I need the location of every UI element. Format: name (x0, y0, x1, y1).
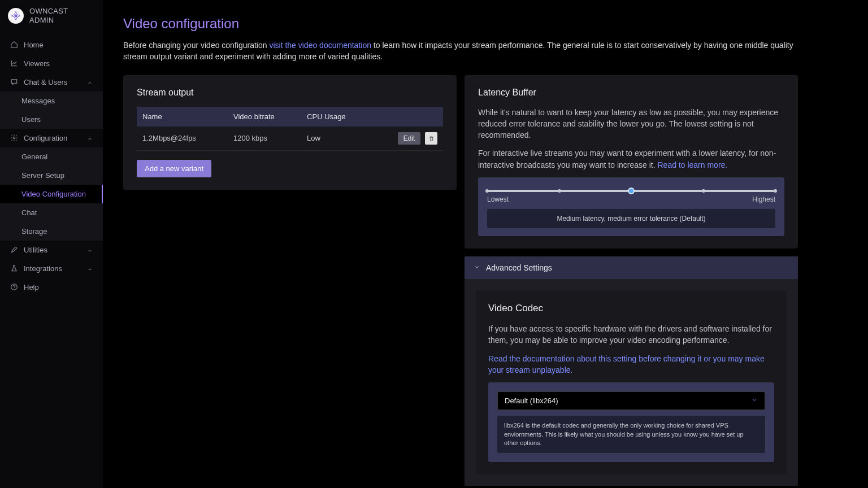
labs-icon (10, 264, 18, 272)
col-name: Name (137, 107, 228, 127)
brand-line2: ADMIN (29, 16, 68, 25)
trash-icon (428, 136, 435, 142)
nav-label-utilities: Utilities (24, 246, 47, 254)
cell-name: 1.2Mbps@24fps (137, 127, 228, 151)
tool-icon (10, 246, 18, 254)
nav-sub-video-config[interactable]: Video Configuration (0, 185, 103, 203)
chevron-down-icon (751, 396, 758, 405)
latency-title: Latency Buffer (478, 88, 784, 98)
nav-label-config: Configuration (24, 134, 67, 142)
chevron-down-icon (87, 247, 93, 252)
latency-p2: For interactive live streams you may wan… (478, 147, 784, 171)
help-icon (10, 283, 18, 291)
nav-label-viewers: Viewers (24, 59, 50, 68)
edit-button[interactable]: Edit (398, 132, 421, 145)
page-title: Video configuration (123, 16, 848, 32)
gear-icon (10, 134, 18, 142)
latency-slider-box: Lowest Highest Medium latency, medium er… (478, 177, 784, 236)
latency-panel: Latency Buffer While it's natural to wan… (465, 75, 798, 249)
nav-label-integrations: Integrations (24, 264, 62, 273)
nav-sub-storage[interactable]: Storage (0, 222, 103, 241)
chevron-up-icon (87, 79, 93, 85)
home-icon (10, 41, 18, 49)
nav-sub-general[interactable]: General (0, 147, 103, 166)
main-content: Video configuration Before changing your… (103, 0, 868, 488)
table-row: 1.2Mbps@24fps 1200 kbps Low Edit (137, 127, 443, 151)
brand: OWNCAST ADMIN (0, 0, 103, 32)
nav-utilities[interactable]: Utilities (0, 241, 103, 259)
nav-integrations[interactable]: Integrations (0, 259, 103, 278)
add-variant-button[interactable]: Add a new variant (137, 160, 211, 177)
codec-panel: Video Codec If you have access to specif… (476, 290, 787, 474)
brand-text: OWNCAST ADMIN (29, 7, 68, 25)
codec-selected-value: Default (libx264) (505, 396, 558, 405)
nav-sub-messages[interactable]: Messages (0, 91, 103, 110)
nav-viewers[interactable]: Viewers (0, 54, 103, 73)
slider-step (558, 189, 561, 193)
latency-learn-more-link[interactable]: Read to learn more. (657, 160, 727, 169)
chevron-down-icon (474, 263, 480, 272)
cell-bitrate: 1200 kbps (228, 127, 301, 151)
nav-sub-server-setup[interactable]: Server Setup (0, 166, 103, 185)
svg-point-1 (13, 137, 15, 139)
intro-docs-link[interactable]: visit the video documentation (269, 41, 371, 50)
advanced-panel: Advanced Settings Video Codec If you hav… (465, 256, 798, 486)
slider-step (485, 189, 489, 193)
slider-step (774, 189, 777, 193)
codec-box: Default (libx264) libx264 is the default… (488, 382, 774, 462)
advanced-body: Video Codec If you have access to specif… (465, 279, 798, 486)
latency-p1: While it's natural to want to keep your … (478, 107, 784, 141)
stream-output-panel: Stream output Name Video bitrate CPU Usa… (123, 75, 457, 190)
advanced-toggle[interactable]: Advanced Settings (465, 256, 798, 279)
chevron-up-icon (87, 135, 93, 141)
slider-label-lowest: Lowest (487, 195, 509, 203)
latency-slider[interactable] (487, 190, 775, 192)
chat-icon (10, 78, 18, 86)
nav-sub-users[interactable]: Users (0, 110, 103, 129)
codec-title: Video Codec (488, 303, 774, 314)
stream-output-title: Stream output (137, 88, 443, 98)
delete-button[interactable] (425, 132, 437, 145)
nav-label-chat-users: Chat & Users (24, 78, 67, 86)
nav-label-home: Home (24, 41, 44, 49)
svg-point-0 (15, 15, 18, 18)
nav-chat-users[interactable]: Chat & Users (0, 73, 103, 91)
col-bitrate: Video bitrate (228, 107, 301, 127)
advanced-title: Advanced Settings (486, 263, 552, 272)
codec-p1: If you have access to specific hardware … (488, 323, 774, 346)
chart-icon (10, 59, 18, 67)
codec-description: libx264 is the default codec and general… (497, 416, 765, 453)
codec-docs-link[interactable]: Read the documentation about this settin… (488, 354, 765, 374)
chevron-down-icon (87, 265, 93, 271)
slider-step (702, 189, 705, 193)
codec-select[interactable]: Default (libx264) (497, 391, 765, 410)
sidebar: OWNCAST ADMIN Home Viewers Chat & Users … (0, 0, 103, 488)
brand-logo (8, 8, 24, 24)
variant-table: Name Video bitrate CPU Usage 1.2Mbps@24f… (137, 107, 443, 151)
brand-line1: OWNCAST (29, 7, 68, 16)
latency-status: Medium latency, medium error tolerance (… (487, 209, 775, 228)
slider-handle[interactable] (628, 188, 635, 194)
nav-home[interactable]: Home (0, 36, 103, 54)
nav-sub-chat[interactable]: Chat (0, 203, 103, 222)
col-cpu: CPU Usage (301, 107, 371, 127)
nav-configuration[interactable]: Configuration (0, 129, 103, 147)
cell-cpu: Low (301, 127, 371, 151)
slider-label-highest: Highest (752, 195, 775, 203)
col-actions (371, 107, 443, 127)
nav-help[interactable]: Help (0, 278, 103, 297)
page-intro: Before changing your video configuration… (123, 40, 801, 63)
nav-label-help: Help (24, 283, 39, 291)
